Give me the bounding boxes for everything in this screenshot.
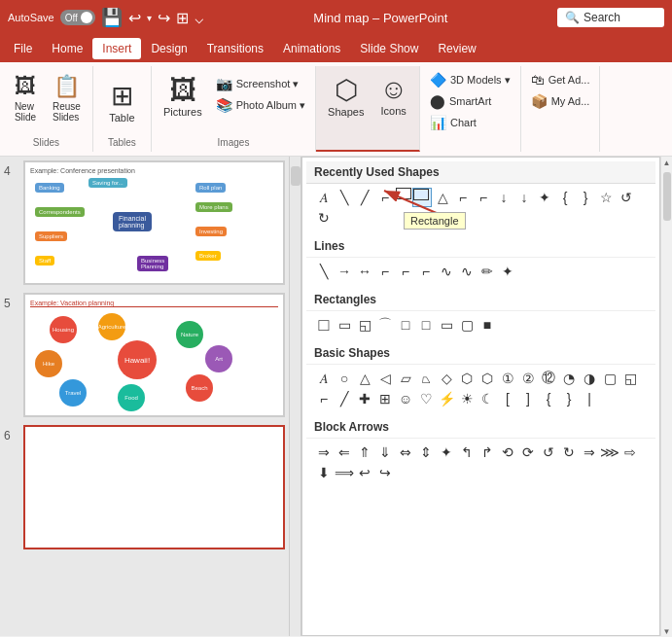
bs-chord[interactable]: ◑ [580,369,599,388]
undo-dropdown-icon[interactable]: ▾ [147,13,152,23]
line-curve2[interactable]: ∿ [457,262,477,281]
bs-parallelogram[interactable]: ▱ [396,369,415,388]
bs-pie[interactable]: ◔ [559,369,579,388]
ba-curved[interactable]: ⟲ [498,442,517,462]
rect-frame[interactable]: ▢ [457,315,477,335]
shape-l1[interactable]: ⌐ [453,188,473,207]
menu-insert[interactable]: Insert [92,38,141,59]
slide-item-5[interactable]: 5 Example: Vacation planning Hawaii! Hou… [4,293,285,417]
rect-rounded[interactable]: ▭ [335,315,354,335]
slide-item-4[interactable]: 4 Example: Conference presentation Finan… [4,160,285,285]
shapes-scrollbar[interactable]: ▲ ▼ [660,157,672,636]
shape-down-arrow[interactable]: ↓ [494,188,513,207]
present-icon[interactable]: ⊞ [176,9,189,27]
line-freeform[interactable]: ✏ [477,262,497,281]
shape-elbow[interactable]: ⌐ [375,188,395,207]
bs-rtriangle[interactable]: ◁ [375,369,395,388]
get-addins-button[interactable]: 🛍 Get Ad... [527,70,594,89]
line-scribble[interactable]: ✦ [498,262,517,281]
bs-bracket2[interactable]: ] [518,389,538,408]
pictures-button[interactable]: 🖼 Pictures [158,70,208,122]
rect-snip4[interactable]: □ [416,315,436,335]
save-icon[interactable]: 💾 [101,7,123,28]
bs-oct[interactable]: ⬡ [477,369,497,388]
line-elbow[interactable]: ⌐ [375,262,395,281]
reuse-slides-button[interactable]: 📋 ReuseSlides [47,70,87,126]
redo-icon[interactable]: ↪ [158,9,170,27]
line-elbow3[interactable]: ⌐ [416,262,436,281]
bs-brace1[interactable]: { [539,389,558,408]
shape-rect1[interactable] [396,188,411,199]
line-straight[interactable]: ╲ [314,262,334,281]
slide-item-6[interactable]: 6 [4,425,285,549]
menu-design[interactable]: Design [141,38,196,59]
menu-animations[interactable]: Animations [273,38,350,59]
bs-diag-stripe[interactable]: ╱ [335,389,354,408]
bs-10[interactable]: ② [518,369,538,388]
menu-home[interactable]: Home [42,38,92,59]
ba-quad[interactable]: ✦ [437,442,456,462]
bs-moon[interactable]: ☾ [477,389,497,408]
rect-snip1[interactable]: ◱ [355,315,374,335]
bs-oval[interactable]: ○ [335,369,354,388]
shape-star2[interactable]: ☆ [596,188,616,207]
my-addins-button[interactable]: 📦 My Ad... [527,91,594,111]
bs-brace2[interactable]: } [559,389,579,408]
bs-heart[interactable]: ♡ [416,389,436,408]
ba-up[interactable]: ⇑ [355,442,374,462]
shape-curly1[interactable]: { [555,188,575,207]
ba-left[interactable]: ⇐ [335,442,354,462]
ba-updown[interactable]: ⇕ [416,442,436,462]
menu-review[interactable]: Review [428,38,485,59]
shape-l2[interactable]: ⌐ [474,188,493,207]
ba-call[interactable]: ↩ [355,463,374,482]
ba-funnel[interactable]: ⬇ [314,463,334,482]
ba-call2[interactable]: ↪ [375,463,395,482]
shape-line2[interactable]: ╱ [355,188,374,207]
shape-arc1[interactable]: ↺ [617,188,636,207]
bs-text[interactable]: 𝐴 [314,369,334,388]
icons-button[interactable]: ☺ Icons [373,70,413,122]
slide-thumb-4[interactable]: Example: Conference presentation Financi… [23,160,285,285]
rect-snip2[interactable]: ⌒ [375,315,395,335]
scroll-up-btn[interactable]: ▲ [663,159,671,167]
bs-lightning[interactable]: ⚡ [437,389,456,408]
ba-curved2[interactable]: ⟳ [518,442,538,462]
smartart-button[interactable]: ⬤ SmartArt [426,91,514,111]
shape-triangle[interactable]: △ [433,188,452,207]
ba-leftright[interactable]: ⇔ [396,442,415,462]
ba-ellipse[interactable]: ⟹ [335,463,354,482]
screenshot-button[interactable]: 📷 Screenshot ▾ [212,74,309,93]
ba-notch[interactable]: ⇒ [580,442,599,462]
shape-curly2[interactable]: } [576,188,595,207]
shape-star[interactable]: ✦ [535,188,554,207]
autosave-toggle[interactable]: Off [60,10,95,25]
ba-down[interactable]: ⇓ [375,442,395,462]
bs-triangle[interactable]: △ [355,369,374,388]
bs-sun[interactable]: ☀ [457,389,477,408]
bs-cross[interactable]: ✚ [355,389,374,408]
rect-round2[interactable]: ▭ [437,315,456,335]
scroll-down-btn[interactable]: ▼ [663,627,671,636]
undo-icon[interactable]: ↩ [128,9,141,27]
rect-snip3[interactable]: □ [396,315,415,335]
bs-bracket1[interactable]: [ [498,389,517,408]
new-slide-button[interactable]: 🖼 NewSlide [6,70,45,126]
menu-slideshow[interactable]: Slide Show [350,38,428,59]
bs-smiley[interactable]: ☺ [396,389,415,408]
slide-scrollbar[interactable] [290,157,301,636]
bs-hex[interactable]: ⬡ [457,369,477,388]
shape-rect-highlighted[interactable]: Rectangle [412,188,432,207]
menu-transitions[interactable]: Transitions [197,38,273,59]
rect-fill[interactable]: ■ [477,315,497,335]
menu-file[interactable]: File [4,38,42,59]
bs-corner[interactable]: ⌐ [314,389,334,408]
rect-basic[interactable]: □ [314,315,334,335]
bs-halfframe[interactable]: ◱ [620,369,640,388]
bs-diamond[interactable]: ◇ [437,369,456,388]
ba-chevron[interactable]: ⋙ [600,442,619,462]
ba-bendup[interactable]: ↱ [477,442,497,462]
bs-trapezoid[interactable]: ⏢ [416,369,436,388]
shape-line1[interactable]: ╲ [335,188,354,207]
bs-plus[interactable]: ⊞ [375,389,395,408]
